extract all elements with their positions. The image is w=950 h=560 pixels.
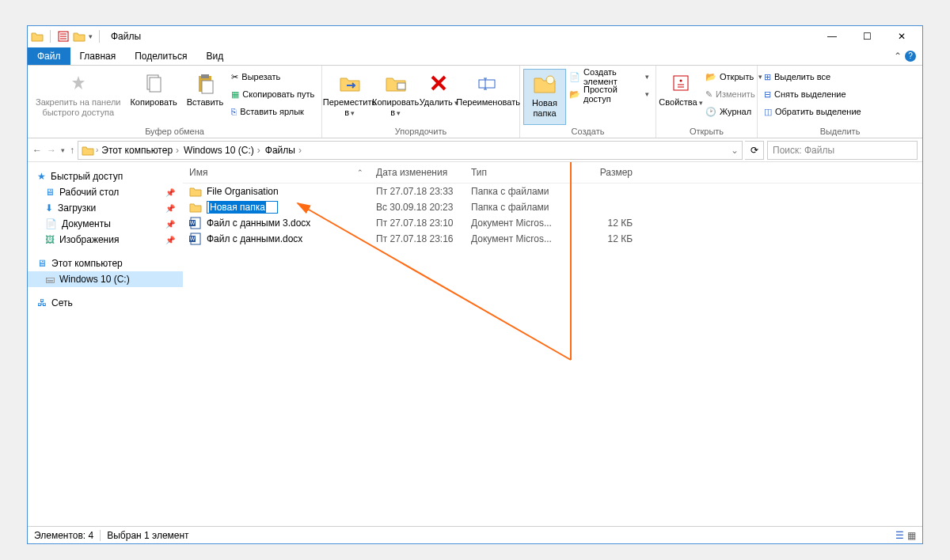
svg-point-10 [680,80,682,82]
crumb-folder[interactable]: Файлы [264,145,303,156]
column-size[interactable]: Размер [568,162,639,183]
address-dropdown-icon[interactable]: ⌄ [731,145,739,156]
copy-to-icon [383,70,408,96]
scissors-icon: ✂ [231,72,238,82]
sidebar-network[interactable]: 🖧Сеть [28,295,183,311]
svg-rect-5 [202,81,213,93]
edit-button[interactable]: ✎Изменить [705,86,762,102]
new-item-button[interactable]: 📄Создать элемент [569,69,649,85]
column-name[interactable]: Имя⌃ [183,162,370,183]
sidebar-this-pc[interactable]: 🖥Этот компьютер [28,255,183,271]
select-all-button[interactable]: ⊞Выделить все [764,69,861,85]
svg-text:W: W [190,220,196,225]
file-row[interactable]: File Organisation Пт 27.07.18 23:33 Папк… [183,184,922,199]
select-none-button[interactable]: ⊟Снять выделение [764,86,861,102]
crumb-this-pc[interactable]: Этот компьютер [100,145,180,156]
cut-button[interactable]: ✂Вырезать [231,69,314,85]
copy-to-button[interactable]: Копировать в [374,69,417,125]
copy-path-icon: ▦ [231,89,239,100]
sidebar-downloads[interactable]: ⬇Загрузки📌 [28,200,183,216]
file-row-renaming[interactable]: Новая папка Вс 30.09.18 20:23 Папка с фа… [183,199,922,215]
titlebar: ▾ Файлы — ☐ ✕ [28,26,922,47]
sort-asc-icon: ⌃ [357,168,363,176]
recent-locations-button[interactable]: ▾ [61,146,65,154]
edit-icon: ✎ [705,89,712,100]
view-details-icon[interactable]: ☰ [895,530,904,541]
view-large-icons-icon[interactable]: ▦ [907,530,916,541]
new-folder-button[interactable]: Новая папка [523,69,566,125]
breadcrumb[interactable]: › Этот компьютер Windows 10 (C:) Файлы ⌄ [78,141,743,160]
svg-rect-6 [397,83,405,89]
column-type[interactable]: Тип [465,162,568,183]
tab-home[interactable]: Главная [70,47,126,65]
refresh-button[interactable]: ⟳ [745,141,764,160]
invert-icon: ◫ [764,107,772,117]
documents-icon: 📄 [45,218,57,229]
properties-button[interactable]: Свойства [659,69,702,125]
crumb-drive[interactable]: Windows 10 (C:) [182,145,262,156]
move-to-button[interactable]: Переместить в [325,69,374,125]
drive-icon: 🖴 [45,274,55,285]
svg-text:W: W [190,236,196,241]
svg-rect-4 [201,74,209,78]
svg-rect-2 [150,78,161,92]
maximize-button[interactable]: ☐ [849,26,884,47]
open-icon: 📂 [705,72,716,82]
ribbon-group-clipboard-label: Буфер обмена [28,125,321,138]
sidebar-quick-access[interactable]: ★Быстрый доступ [28,168,183,184]
copy-button[interactable]: Копировать [125,69,181,125]
rename-input[interactable]: Новая папка [207,201,278,214]
up-button[interactable]: ↑ [70,145,74,156]
folder-icon [189,202,202,213]
copy-icon [141,70,166,96]
paste-icon [192,70,218,96]
star-icon: ★ [37,171,46,182]
pin-to-quick-access-button[interactable]: Закрепить на панели быстрого доступа [31,69,125,125]
paste-button[interactable]: Вставить [182,69,229,125]
sidebar-desktop[interactable]: 🖥Рабочий стол📌 [28,184,183,200]
file-row[interactable]: WФайл с данными.docx Пт 27.07.18 23:16 Д… [183,231,922,247]
word-doc-icon: W [189,217,202,229]
downloads-icon: ⬇ [45,202,53,214]
open-button[interactable]: 📂Открыть [705,69,762,85]
easy-access-button[interactable]: 📂Простой доступ [569,86,649,102]
copy-path-button[interactable]: ▦Скопировать путь [231,86,314,102]
select-all-icon: ⊞ [764,72,771,82]
new-folder-icon [532,71,557,96]
qat-newfolder-icon[interactable] [73,30,86,43]
word-doc-icon: W [189,233,202,245]
column-date[interactable]: Дата изменения [370,162,465,183]
rename-button[interactable]: Переименовать [460,69,516,125]
collapse-ribbon-icon[interactable]: ⌃ [894,51,902,62]
properties-icon [668,70,694,96]
minimize-button[interactable]: — [815,26,849,47]
ribbon-tabs: Файл Главная Поделиться Вид ⌃ ? [28,47,922,66]
tab-view[interactable]: Вид [196,47,233,65]
forward-button[interactable]: → [47,145,56,156]
svg-rect-7 [479,80,495,88]
search-input[interactable]: Поиск: Файлы [767,141,918,160]
help-icon[interactable]: ? [905,51,916,62]
sidebar-drive-c[interactable]: 🖴Windows 10 (C:) [28,271,183,287]
tab-share[interactable]: Поделиться [125,47,196,65]
sidebar-pictures[interactable]: 🖼Изображения📌 [28,232,183,248]
history-button[interactable]: 🕑Журнал [705,104,762,119]
qat-properties-icon[interactable] [57,30,70,43]
ribbon-group-organize-label: Упорядочить [322,125,519,138]
file-row[interactable]: WФайл с данными 3.docx Пт 27.07.18 23:10… [183,215,922,231]
rename-icon [476,70,501,96]
easy-access-icon: 📂 [569,89,580,100]
ribbon-group-new-label: Создать [520,125,656,138]
column-headers: Имя⌃ Дата изменения Тип Размер [183,162,922,184]
tab-file[interactable]: Файл [28,47,70,65]
close-button[interactable]: ✕ [884,26,919,47]
paste-shortcut-button[interactable]: ⎘Вставить ярлык [231,104,314,119]
sidebar: ★Быстрый доступ 🖥Рабочий стол📌 ⬇Загрузки… [28,162,183,526]
sidebar-documents[interactable]: 📄Документы📌 [28,216,183,232]
file-list: Имя⌃ Дата изменения Тип Размер File Orga… [183,162,922,526]
invert-selection-button[interactable]: ◫Обратить выделение [764,104,861,119]
navbar: ← → ▾ ↑ › Этот компьютер Windows 10 (C:)… [28,138,922,162]
delete-button[interactable]: Удалить [417,69,460,125]
back-button[interactable]: ← [32,145,42,156]
qat-dropdown-icon[interactable]: ▾ [89,32,93,40]
